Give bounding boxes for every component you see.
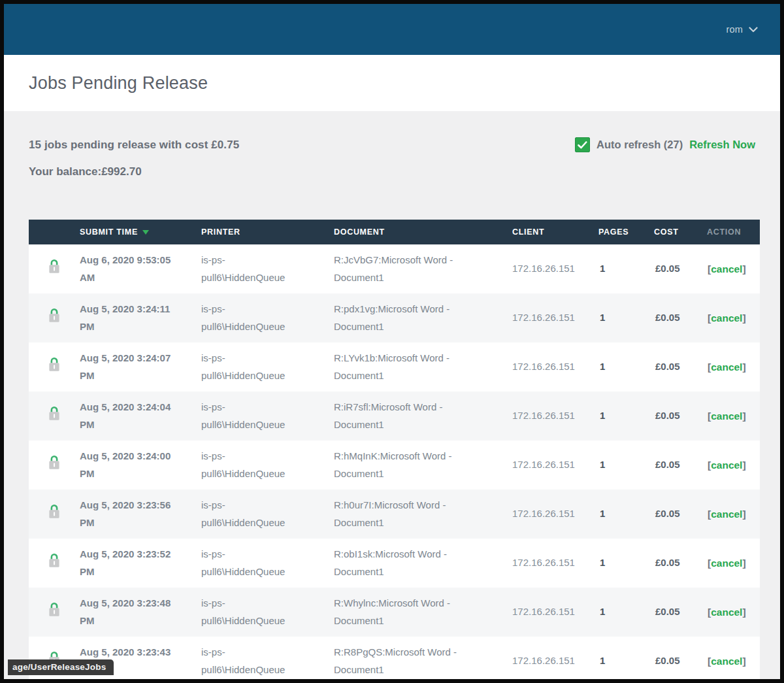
cancel-link[interactable]: [cancel] <box>707 505 760 524</box>
submit-time-cell: Aug 5, 2020 3:24:00 PM <box>80 448 201 482</box>
user-menu-label: rom <box>726 24 743 35</box>
table-row: Aug 5, 2020 3:24:07 PM is-ps-pull6\Hidde… <box>29 342 760 391</box>
table-row: Aug 5, 2020 3:23:48 PM is-ps-pull6\Hidde… <box>29 588 760 637</box>
refresh-now-link[interactable]: Refresh Now <box>689 139 755 151</box>
job-icon-cell <box>29 503 80 525</box>
main-content: 15 jobs pending release with cost £0.75 … <box>4 111 780 679</box>
th-printer[interactable]: PRINTER <box>201 227 334 237</box>
jobs-pending-summary: 15 jobs pending release with cost £0.75 <box>29 139 239 152</box>
th-submit-time[interactable]: SUBMIT TIME <box>80 227 201 237</box>
cancel-link[interactable]: [cancel] <box>707 456 760 475</box>
lock-icon <box>47 552 61 575</box>
auto-refresh-checkbox[interactable] <box>575 137 590 152</box>
lock-icon <box>47 601 61 624</box>
printer-cell: is-ps-pull6\HiddenQueue <box>201 448 334 482</box>
client-cell: 172.16.26.151 <box>512 554 598 572</box>
printer-cell: is-ps-pull6\HiddenQueue <box>201 546 334 580</box>
cost-cell: £0.05 <box>654 309 707 327</box>
cancel-link[interactable]: [cancel] <box>707 554 760 573</box>
submit-time-cell: Aug 6, 2020 9:53:05 AM <box>80 252 201 286</box>
lock-icon <box>47 307 61 329</box>
pages-cell: 1 <box>598 505 654 523</box>
th-document[interactable]: DOCUMENT <box>334 227 512 237</box>
bracket-close: ] <box>742 508 745 520</box>
bracket-close: ] <box>742 656 745 667</box>
client-cell: 172.16.26.151 <box>512 652 598 670</box>
lock-icon <box>47 405 61 427</box>
job-icon-cell <box>29 454 80 476</box>
status-bar-link-preview: age/UserReleaseJobs <box>8 659 114 675</box>
printer-cell: is-ps-pull6\HiddenQueue <box>201 252 334 286</box>
top-nav-bar: rom <box>4 4 780 55</box>
lock-icon <box>47 356 61 378</box>
cancel-link[interactable]: [cancel] <box>707 260 760 278</box>
client-cell: 172.16.26.151 <box>512 260 598 278</box>
printer-cell: is-ps-pull6\HiddenQueue <box>201 399 334 433</box>
cancel-link[interactable]: [cancel] <box>707 407 760 425</box>
job-icon-cell <box>29 258 80 280</box>
pages-cell: 1 <box>598 309 654 327</box>
document-cell: R:R8PgQS:Microsoft Word - Document1 <box>334 644 512 678</box>
th-action: ACTION <box>707 227 760 237</box>
submit-time-cell: Aug 5, 2020 3:24:11 PM <box>80 301 201 335</box>
table-row: Aug 6, 2020 9:53:05 AM is-ps-pull6\Hidde… <box>29 244 760 293</box>
th-cost[interactable]: COST <box>654 227 707 237</box>
table-row: Aug 5, 2020 3:23:56 PM is-ps-pull6\Hidde… <box>29 490 760 539</box>
document-cell: R:hMqInK:Microsoft Word - Document1 <box>334 448 512 482</box>
pages-cell: 1 <box>598 652 654 670</box>
th-pages[interactable]: PAGES <box>598 227 654 237</box>
bracket-close: ] <box>742 607 745 618</box>
bracket-close: ] <box>742 410 745 422</box>
cancel-link[interactable]: [cancel] <box>707 309 760 327</box>
job-icon-cell <box>29 552 80 575</box>
cancel-link[interactable]: [cancel] <box>707 358 760 376</box>
table-row: Aug 5, 2020 3:24:00 PM is-ps-pull6\Hidde… <box>29 441 760 490</box>
cancel-label: cancel <box>711 459 742 471</box>
table-row: Aug 5, 2020 3:23:52 PM is-ps-pull6\Hidde… <box>29 539 760 588</box>
cost-cell: £0.05 <box>654 603 707 621</box>
lock-icon <box>47 503 61 525</box>
sort-desc-icon <box>142 230 149 235</box>
printer-cell: is-ps-pull6\HiddenQueue <box>201 595 334 629</box>
submit-time-cell: Aug 5, 2020 3:23:56 PM <box>80 497 201 531</box>
job-icon-cell <box>29 307 80 329</box>
checkmark-icon <box>578 141 587 149</box>
cancel-link[interactable]: [cancel] <box>707 603 760 622</box>
cancel-label: cancel <box>711 656 742 667</box>
page-title: Jobs Pending Release <box>29 73 208 93</box>
document-cell: R:iR7sfl:Microsoft Word - Document1 <box>334 399 512 433</box>
cancel-label: cancel <box>711 508 742 520</box>
pages-cell: 1 <box>598 456 654 474</box>
job-icon-cell <box>29 405 80 427</box>
bracket-close: ] <box>742 312 745 324</box>
lock-icon <box>47 258 61 280</box>
table-row: Aug 5, 2020 3:24:04 PM is-ps-pull6\Hidde… <box>29 391 760 441</box>
cost-cell: £0.05 <box>654 554 707 572</box>
document-cell: R:pdx1vg:Microsoft Word - Document1 <box>334 301 512 335</box>
cancel-label: cancel <box>711 263 742 275</box>
summary-row: 15 jobs pending release with cost £0.75 … <box>29 139 755 152</box>
cancel-label: cancel <box>711 558 742 569</box>
refresh-controls: Auto refresh (27) Refresh Now <box>575 137 755 152</box>
table-header-row: SUBMIT TIME PRINTER DOCUMENT CLIENT PAGE… <box>29 220 760 244</box>
submit-time-cell: Aug 5, 2020 3:24:07 PM <box>80 350 201 384</box>
printer-cell: is-ps-pull6\HiddenQueue <box>201 644 334 678</box>
cancel-label: cancel <box>711 361 742 373</box>
jobs-table: SUBMIT TIME PRINTER DOCUMENT CLIENT PAGE… <box>29 220 760 679</box>
document-cell: R:obI1sk:Microsoft Word - Document1 <box>334 546 512 580</box>
cost-cell: £0.05 <box>654 407 707 425</box>
cost-cell: £0.05 <box>654 260 707 278</box>
printer-cell: is-ps-pull6\HiddenQueue <box>201 301 334 335</box>
cancel-link[interactable]: [cancel] <box>707 652 760 671</box>
submit-time-cell: Aug 5, 2020 3:23:52 PM <box>80 546 201 580</box>
app-window: rom Jobs Pending Release 15 jobs pending… <box>4 4 780 679</box>
cancel-label: cancel <box>711 312 742 324</box>
table-row: Aug 5, 2020 3:24:11 PM is-ps-pull6\Hidde… <box>29 293 760 342</box>
th-client[interactable]: CLIENT <box>512 227 598 237</box>
pages-cell: 1 <box>598 554 654 572</box>
page-header: Jobs Pending Release <box>4 55 780 111</box>
auto-refresh-label: Auto refresh (27) <box>596 139 683 151</box>
user-menu[interactable]: rom <box>726 24 758 35</box>
table-body: Aug 6, 2020 9:53:05 AM is-ps-pull6\Hidde… <box>29 244 760 679</box>
document-cell: R:Whylnc:Microsoft Word - Document1 <box>334 595 512 629</box>
